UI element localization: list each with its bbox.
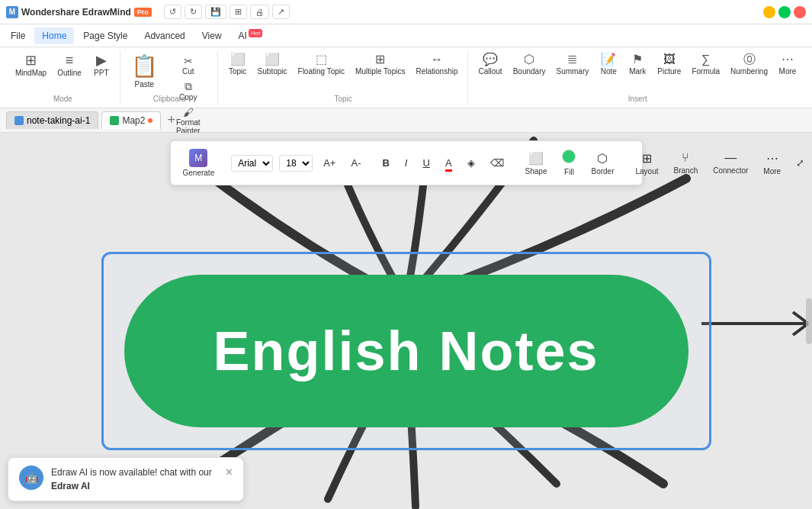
highlight-button[interactable]: ◈ [463, 155, 480, 171]
font-increase-button[interactable]: A+ [319, 155, 340, 171]
picture-button[interactable]: 🖼 Picture [653, 50, 685, 79]
mindmap-button[interactable]: ⊞ MindMap [11, 50, 51, 80]
mark-label: Mark [629, 67, 646, 76]
toolbar-group-clipboard: 📋 Paste ✂ Cut ⧉ Copy 🖌 Format Painter [122, 50, 218, 105]
save-button[interactable]: 💾 [205, 5, 226, 19]
bold-button[interactable]: B [377, 155, 393, 171]
maximize-button[interactable] [778, 6, 791, 18]
branch-button[interactable]: ⑂ Branch [669, 148, 703, 178]
formula-button[interactable]: ∑ Formula [687, 50, 724, 79]
floating-topic-icon: ⬚ [316, 53, 327, 66]
menu-advanced[interactable]: Advanced [136, 27, 192, 44]
font-size-select[interactable]: 18 [279, 155, 313, 172]
tab-map2-icon [110, 116, 119, 125]
font-color-button[interactable]: A [441, 155, 457, 171]
connector-button[interactable]: — Connector [708, 148, 753, 178]
callout-button[interactable]: 💬 Callout [474, 50, 507, 79]
note-button[interactable]: 📝 Note [595, 50, 622, 79]
italic-button[interactable]: I [400, 155, 412, 171]
font-decrease-button[interactable]: A- [346, 155, 365, 171]
scrollbar[interactable] [806, 298, 812, 344]
mindmap-icon: ⊞ [25, 53, 37, 67]
mindmap-label: MindMap [15, 69, 47, 77]
fill-button[interactable]: Fill [557, 147, 580, 179]
paste-icon: 📋 [131, 53, 158, 79]
ai-message-line2: Edraw AI [51, 481, 90, 491]
ppt-button[interactable]: ▶ PPT [88, 50, 115, 80]
outline-icon: ≡ [66, 53, 74, 67]
font-select[interactable]: Arial [231, 155, 273, 172]
more-options-label: More [763, 167, 781, 176]
format-painter-button[interactable]: 🖌 Format Painter [164, 105, 213, 137]
numbering-button[interactable]: ⓪ Numbering [726, 50, 772, 79]
border-button[interactable]: ⬡ Border [586, 148, 618, 179]
menu-page-style[interactable]: Page Style [75, 27, 135, 44]
layout-label: Layout [635, 167, 658, 176]
menu-home[interactable]: Home [34, 27, 74, 44]
layout-button[interactable]: ⊞ [229, 5, 247, 19]
close-button[interactable] [794, 6, 806, 18]
outline-button[interactable]: ≡ Outline [53, 50, 86, 80]
mark-icon: ⚑ [632, 53, 643, 66]
branch-label: Branch [674, 166, 698, 175]
connector-label: Connector [713, 166, 748, 175]
ai-avatar: 🤖 [19, 466, 43, 490]
topic-button[interactable]: ⬜ Topic [224, 50, 252, 79]
ai-chat-popup: 🤖 Edraw AI is now available! chat with o… [8, 457, 244, 501]
ai-close-button[interactable]: × [226, 466, 233, 479]
generate-icon: M [189, 149, 207, 167]
branch-icon: ⑂ [682, 151, 689, 165]
menu-file[interactable]: File [3, 27, 33, 44]
print-button[interactable]: 🖨 [250, 5, 269, 19]
underline-button[interactable]: U [418, 155, 434, 171]
relationship-label: Relationship [416, 67, 457, 76]
more-icon: ⋯ [782, 53, 794, 66]
toolbar: ⊞ MindMap ≡ Outline ▶ PPT Mode 📋 Paste [0, 47, 812, 108]
more-options-button[interactable]: ⋯ More [759, 148, 785, 179]
summary-button[interactable]: ≣ Summary [551, 50, 593, 79]
export-button[interactable]: ↗ [272, 5, 290, 19]
boundary-label: Boundary [513, 67, 546, 76]
ai-message-line1: Edraw AI is now available! chat with our [51, 467, 212, 478]
cut-button[interactable]: ✂ Cut [164, 53, 213, 77]
boundary-button[interactable]: ⬡ Boundary [509, 50, 550, 79]
format-painter-icon: 🖌 [183, 106, 194, 118]
multiple-topics-button[interactable]: ⊞ Multiple Topics [351, 50, 409, 79]
eraser-button[interactable]: ⌫ [486, 155, 509, 171]
subtopic-button[interactable]: ⬜ Subtopic [253, 50, 292, 79]
app-logo: M Wondershare EdrawMind Pro [6, 6, 152, 18]
central-node[interactable]: English Notes [124, 275, 688, 427]
shape-button[interactable]: ⬜ Shape [521, 148, 552, 179]
note-icon: 📝 [601, 53, 616, 66]
menu-view[interactable]: View [194, 27, 229, 44]
menu-ai[interactable]: AIHot [231, 27, 271, 44]
multiple-topics-label: Multiple Topics [355, 67, 405, 76]
tab-note-taking-icon [14, 116, 24, 125]
more-button[interactable]: ⋯ More [774, 50, 801, 79]
ppt-icon: ▶ [96, 53, 107, 67]
layout-button[interactable]: ⊞ Layout [631, 148, 663, 179]
multiple-topics-icon: ⊞ [375, 53, 385, 66]
paste-area: 📋 Paste [127, 50, 162, 92]
minimize-button[interactable] [763, 6, 775, 18]
redo-button[interactable]: ↻ [185, 5, 202, 19]
undo-button[interactable]: ↺ [164, 5, 181, 19]
clipboard-group-label: Clipboard [153, 95, 186, 103]
font-color-icon: A [445, 157, 452, 172]
collapse-button[interactable]: ⤢ [791, 155, 809, 171]
tab-note-taking[interactable]: note-taking-ai-1 [6, 111, 98, 129]
toolbar-group-insert: 💬 Callout ⬡ Boundary ≣ Summary 📝 Note ⚑ … [470, 50, 806, 105]
floating-topic-button[interactable]: ⬚ Floating Topic [294, 50, 350, 79]
paste-button[interactable]: 📋 Paste [127, 50, 162, 92]
generate-button[interactable]: M Generate [178, 146, 220, 180]
summary-label: Summary [556, 67, 589, 76]
topic-group-label: Topic [334, 95, 351, 103]
ppt-label: PPT [94, 69, 108, 77]
menu-bar: File Home Page Style Advanced View AIHot [0, 24, 812, 47]
toolbar-group-topic: ⬜ Topic ⬜ Subtopic ⬚ Floating Topic ⊞ Mu… [220, 50, 468, 105]
mark-button[interactable]: ⚑ Mark [624, 50, 651, 79]
copy-icon: ⧉ [185, 80, 192, 93]
relationship-button[interactable]: ↔ Relationship [411, 50, 462, 79]
cut-icon: ✂ [184, 55, 193, 67]
central-node-text: English Notes [213, 320, 599, 382]
